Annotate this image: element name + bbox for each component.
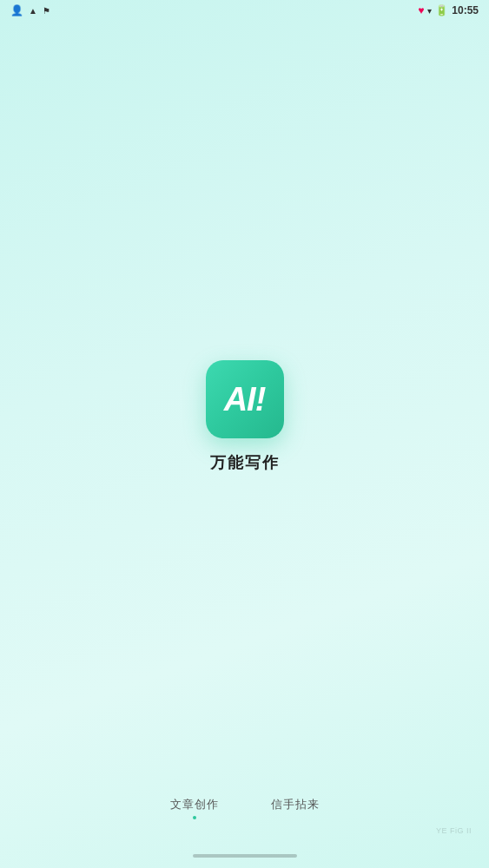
app-icon-container: AI! 万能写作: [206, 360, 284, 473]
app-icon: AI!: [206, 360, 284, 438]
app-name: 万能写作: [210, 452, 280, 473]
nav-item-inspiration[interactable]: 信手拈来: [271, 797, 320, 819]
main-content: AI! 万能写作: [0, 0, 489, 868]
status-time: 10:55: [452, 4, 479, 16]
nav-dot-article: [193, 816, 196, 819]
bottom-nav: 文章创作 信手拈来: [0, 797, 489, 819]
status-bar-left: 👤 ▲ ⚑: [10, 4, 50, 16]
bottom-indicator: [193, 854, 297, 858]
nav-label-article: 文章创作: [170, 797, 219, 812]
heart-icon: ♥: [418, 4, 424, 16]
flag-icon: ⚑: [43, 6, 50, 16]
arrow-icon: ▲: [29, 6, 37, 16]
battery-icon: 🔋: [435, 4, 448, 16]
wifi-icon: ▾: [427, 6, 432, 16]
status-bar: 👤 ▲ ⚑ ♥ ▾ 🔋 10:55: [0, 0, 489, 21]
app-icon-label: AI!: [224, 383, 266, 416]
nav-item-article[interactable]: 文章创作: [170, 797, 219, 819]
nav-dot-inspiration: [294, 816, 297, 819]
watermark-text: YE FiG II: [436, 826, 472, 835]
nav-label-inspiration: 信手拈来: [271, 797, 320, 812]
status-bar-right: ♥ ▾ 🔋 10:55: [418, 4, 479, 16]
person-icon: 👤: [10, 4, 23, 16]
